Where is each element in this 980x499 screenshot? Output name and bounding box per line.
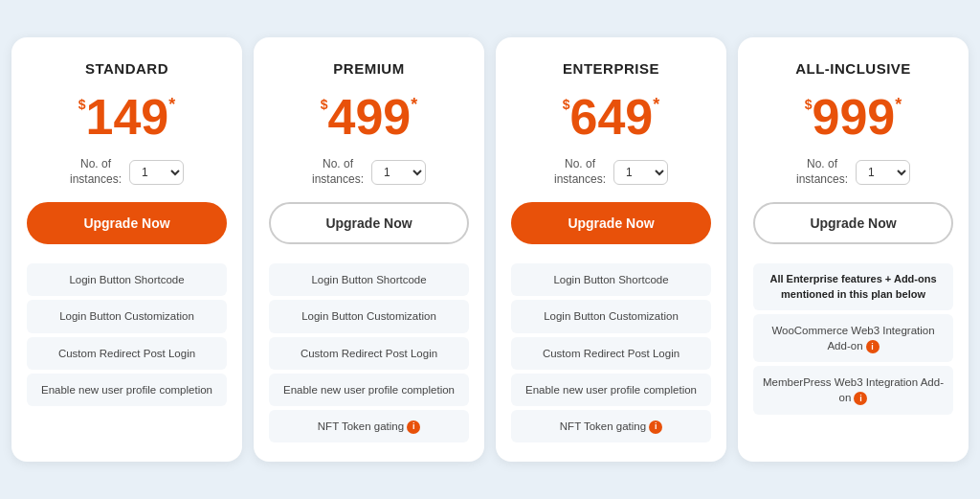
feature-item-premium-1: Login Button Customization — [269, 300, 469, 332]
feature-item-premium-0: Login Button Shortcode — [269, 263, 469, 296]
feature-item-all-inclusive-1: WooCommerce Web3 Integration Add-oni — [753, 314, 953, 362]
currency-symbol-all-inclusive: $ — [805, 98, 813, 111]
features-list-standard: Login Button ShortcodeLogin Button Custo… — [27, 263, 227, 409]
price-row-enterprise: $649* — [563, 92, 660, 142]
features-list-premium: Login Button ShortcodeLogin Button Custo… — [269, 263, 469, 445]
instances-row-enterprise: No. ofinstances:12345 — [554, 157, 668, 187]
upgrade-btn-enterprise[interactable]: Upgrade Now — [511, 202, 711, 244]
info-icon-premium-4[interactable]: i — [407, 420, 420, 434]
feature-item-premium-2: Custom Redirect Post Login — [269, 337, 469, 370]
price-number-premium: 499 — [328, 92, 412, 142]
price-row-standard: $149* — [78, 92, 176, 142]
info-icon-enterprise-4[interactable]: i — [649, 420, 662, 434]
instances-row-standard: No. ofinstances:12345 — [70, 157, 184, 187]
plan-name-premium: PREMIUM — [333, 60, 404, 77]
instances-select-standard[interactable]: 12345 — [129, 160, 184, 185]
instances-row-premium: No. ofinstances:12345 — [312, 157, 426, 187]
plan-name-all-inclusive: ALL-INCLUSIVE — [795, 60, 911, 77]
plan-card-all-inclusive: ALL-INCLUSIVE$999*No. ofinstances:12345U… — [738, 37, 969, 462]
feature-item-enterprise-3: Enable new user profile completion — [511, 374, 711, 406]
instances-select-all-inclusive[interactable]: 12345 — [856, 160, 910, 185]
instances-select-premium[interactable]: 12345 — [371, 160, 426, 185]
upgrade-btn-standard[interactable]: Upgrade Now — [27, 202, 227, 244]
instances-label-premium: No. ofinstances: — [312, 157, 364, 187]
info-icon-all-inclusive-1[interactable]: i — [866, 340, 880, 353]
price-asterisk-standard: * — [168, 96, 175, 113]
currency-symbol-standard: $ — [78, 98, 86, 111]
feature-item-standard-2: Custom Redirect Post Login — [27, 337, 227, 370]
feature-item-standard-0: Login Button Shortcode — [27, 263, 227, 296]
feature-item-enterprise-4: NFT Token gatingi — [511, 410, 711, 442]
feature-item-standard-3: Enable new user profile completion — [27, 374, 227, 406]
plan-name-enterprise: ENTERPRISE — [563, 60, 659, 77]
feature-item-premium-3: Enable new user profile completion — [269, 374, 469, 406]
price-row-premium: $499* — [321, 92, 418, 142]
plan-card-premium: PREMIUM$499*No. ofinstances:12345Upgrade… — [254, 37, 484, 462]
price-number-all-inclusive: 999 — [813, 92, 896, 142]
upgrade-btn-premium[interactable]: Upgrade Now — [269, 202, 469, 244]
feature-item-standard-1: Login Button Customization — [27, 300, 227, 332]
feature-item-enterprise-0: Login Button Shortcode — [511, 263, 711, 296]
instances-row-all-inclusive: No. ofinstances:12345 — [796, 157, 910, 187]
feature-item-enterprise-1: Login Button Customization — [511, 300, 711, 332]
plan-name-standard: STANDARD — [85, 60, 168, 77]
info-icon-all-inclusive-2[interactable]: i — [854, 392, 867, 405]
plan-card-enterprise: ENTERPRISE$649*No. ofinstances:12345Upgr… — [496, 37, 726, 462]
plan-card-standard: STANDARD$149*No. ofinstances:12345Upgrad… — [11, 37, 242, 462]
pricing-grid: STANDARD$149*No. ofinstances:12345Upgrad… — [11, 37, 969, 462]
price-asterisk-premium: * — [411, 96, 417, 113]
instances-label-enterprise: No. ofinstances: — [554, 157, 606, 187]
currency-symbol-enterprise: $ — [563, 98, 570, 111]
price-asterisk-enterprise: * — [653, 96, 659, 113]
currency-symbol-premium: $ — [321, 98, 328, 111]
instances-label-standard: No. ofinstances: — [70, 157, 122, 187]
upgrade-btn-all-inclusive[interactable]: Upgrade Now — [753, 202, 953, 244]
price-number-enterprise: 649 — [570, 92, 654, 142]
feature-item-enterprise-2: Custom Redirect Post Login — [511, 337, 711, 370]
instances-select-enterprise[interactable]: 12345 — [613, 160, 668, 185]
feature-item-all-inclusive-2: MemberPress Web3 Integration Add-oni — [753, 366, 953, 414]
price-number-standard: 149 — [86, 92, 169, 142]
price-row-all-inclusive: $999* — [805, 92, 902, 142]
instances-label-all-inclusive: No. ofinstances: — [796, 157, 848, 187]
price-asterisk-all-inclusive: * — [895, 96, 902, 113]
feature-item-premium-4: NFT Token gatingi — [269, 410, 469, 442]
features-list-enterprise: Login Button ShortcodeLogin Button Custo… — [511, 263, 711, 445]
features-list-all-inclusive: All Enterprise features + Add-ons mentio… — [753, 263, 953, 418]
feature-item-all-inclusive-0: All Enterprise features + Add-ons mentio… — [753, 263, 953, 310]
